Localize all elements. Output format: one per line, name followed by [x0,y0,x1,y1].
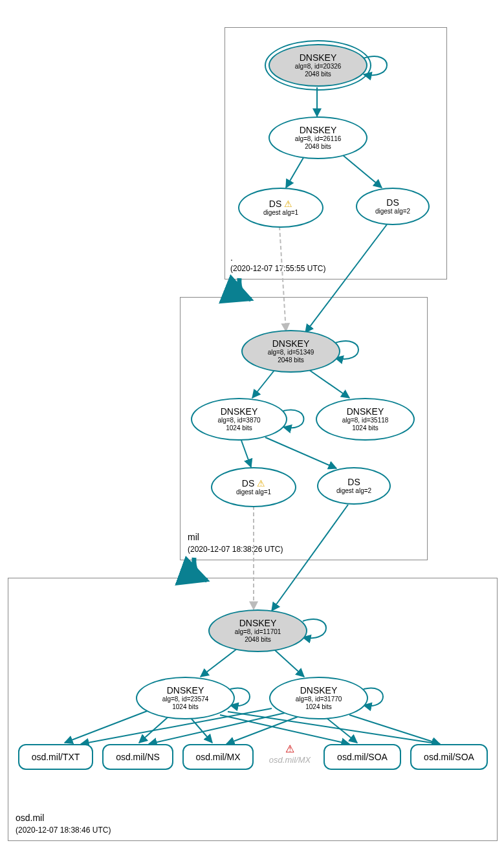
node-title: DNSKEY [221,406,258,417]
node-title: DS ⚠ [242,478,265,488]
osd-mx-error-node[interactable]: ⚠ osd.mil/MX [264,743,316,765]
node-sub: digest alg=2 [375,208,410,215]
node-title: osd.mil/MX [195,752,240,762]
node-sub: alg=8, id=51349 [268,349,314,356]
osd-zsk1-node[interactable]: DNSKEY alg=8, id=23574 1024 bits [136,677,235,719]
mil-zsk2-node[interactable]: DNSKEY alg=8, id=35118 1024 bits [316,398,415,441]
node-sub: alg=8, id=11701 [235,628,281,636]
mil-ds2-node[interactable]: DS digest alg=2 [317,467,391,505]
node-title: DNSKEY [347,406,384,417]
osd-txt-node[interactable]: osd.mil/TXT [18,744,93,770]
root-ksk-node[interactable]: DNSKEY alg=8, id=20326 2048 bits [268,44,367,87]
osd-ns-node[interactable]: osd.mil/NS [102,744,173,770]
node-title: DNSKEY [300,52,337,63]
zone-osdmil-label: osd.mil [16,813,44,823]
zone-root-label: . [230,252,233,263]
root-zsk-node[interactable]: DNSKEY alg=8, id=26116 2048 bits [268,116,367,159]
mil-ksk-node[interactable]: DNSKEY alg=8, id=51349 2048 bits [241,330,340,373]
node-sub: 2048 bits [278,356,304,364]
node-sub: alg=8, id=3870 [217,417,260,424]
osd-mx-node[interactable]: osd.mil/MX [182,744,254,770]
error-icon: ⚠ [264,743,316,755]
node-title: DNSKEY [239,618,277,628]
mil-zsk1-node[interactable]: DNSKEY alg=8, id=3870 1024 bits [191,398,287,441]
node-sub: alg=8, id=31770 [296,695,342,703]
node-title: DS ⚠ [269,199,292,209]
node-title: DNSKEY [272,338,310,349]
osd-soa1-node[interactable]: osd.mil/SOA [323,744,401,770]
node-title: DS [386,197,399,208]
node-title: DNSKEY [300,125,337,135]
zone-mil-timestamp: (2020-12-07 18:38:26 UTC) [188,545,283,554]
zone-mil-label: mil [188,532,199,542]
node-sub: digest alg=1 [263,209,298,217]
warning-icon: ⚠ [257,478,265,488]
node-sub: alg=8, id=23574 [162,695,209,703]
root-ds2-node[interactable]: DS digest alg=2 [356,188,430,225]
node-sub: 1024 bits [352,424,378,432]
node-title: osd.mil/TXT [32,752,80,762]
osd-ksk-node[interactable]: DNSKEY alg=8, id=11701 2048 bits [208,609,307,652]
zone-root-timestamp: (2020-12-07 17:55:55 UTC) [230,264,325,273]
node-title: osd.mil/NS [116,752,160,762]
node-sub: digest alg=1 [236,488,271,496]
node-title: DNSKEY [300,685,338,695]
node-sub: alg=8, id=35118 [342,417,389,424]
node-sub: 1024 bits [226,424,252,432]
osd-zsk2-node[interactable]: DNSKEY alg=8, id=31770 1024 bits [269,677,368,719]
mil-ds1-node[interactable]: DS ⚠ digest alg=1 [211,467,296,507]
warning-icon: ⚠ [284,199,292,209]
node-sub: 2048 bits [305,143,331,151]
osd-soa2-node[interactable]: osd.mil/SOA [410,744,488,770]
node-title: osd.mil/MX [264,755,316,765]
zone-osdmil-timestamp: (2020-12-07 18:38:46 UTC) [16,826,111,835]
node-sub: 2048 bits [245,636,271,644]
node-sub: 1024 bits [305,703,332,711]
node-title: DNSKEY [167,685,204,695]
root-ds1-node[interactable]: DS ⚠ digest alg=1 [238,188,323,228]
node-title: osd.mil/SOA [337,752,388,762]
node-sub: 1024 bits [172,703,199,711]
node-sub: digest alg=2 [336,487,371,495]
node-sub: alg=8, id=26116 [295,135,342,143]
node-title: DS [347,477,360,487]
node-sub: alg=8, id=20326 [295,63,342,71]
node-sub: 2048 bits [305,71,331,78]
node-title: osd.mil/SOA [424,752,474,762]
